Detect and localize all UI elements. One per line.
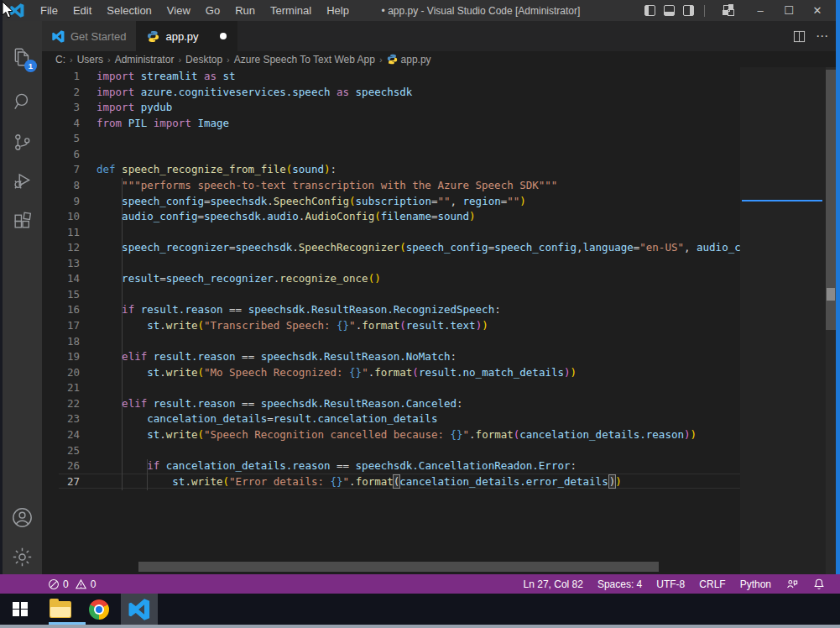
statusbar-spaces-4[interactable]: Spaces: 4 [597,578,642,590]
code-line[interactable]: speech_config=speechsdk.SpeechConfig(sub… [97,194,782,210]
breadcrumb-item[interactable]: Administrator [115,54,175,65]
toggle-secondary-sidebar-icon[interactable] [683,5,694,16]
menu-terminal[interactable]: Terminal [263,0,319,21]
code-line[interactable]: speech_recognizer=speechsdk.SpeechRecogn… [97,240,782,256]
breadcrumb-item[interactable]: app.py [401,54,431,65]
breadcrumb-item[interactable]: Desktop [185,54,222,65]
vscode-taskbar-icon[interactable] [121,594,158,625]
minimap-line [742,124,822,129]
code-line[interactable]: st.write("Speech Recognition cancelled b… [97,427,782,443]
code-line[interactable]: if cancelation_details.reason == speechs… [97,458,782,474]
minimap-cursor-line [742,200,822,201]
code-line[interactable] [97,131,782,147]
statusbar-crlf[interactable]: CRLF [699,578,725,590]
search-icon[interactable] [3,85,42,118]
menu-file[interactable]: File [33,0,65,21]
breadcrumb-item[interactable]: Users [77,54,103,65]
code-line[interactable] [97,287,782,303]
maximize-button[interactable]: ☐ [775,0,803,21]
code-line[interactable]: from PIL import Image [97,116,782,132]
menu-run[interactable]: Run [227,0,263,21]
vertical-scrollbar[interactable] [826,67,836,574]
line-number-gutter: 1234567891011121314151617181920212223242… [42,69,80,489]
unsaved-changes-dot[interactable] [220,33,227,39]
code-line[interactable]: import pydub [97,100,782,116]
menu-bar: FileEditSelectionViewGoRunTerminalHelp [33,0,357,21]
code-line[interactable]: def speech_recognize_from_file(sound): [97,162,782,178]
minimap[interactable] [742,71,822,201]
folder-icon [50,601,71,618]
error-icon [48,578,60,590]
code-line[interactable]: cancelation_details=result.cancelation_d… [97,411,782,427]
tab-label: Get Started [70,30,126,43]
breadcrumb-item[interactable]: C: [55,54,65,65]
menu-go[interactable]: Go [198,0,227,21]
menu-edit[interactable]: Edit [65,0,99,21]
code-editor[interactable]: 1234567891011121314151617181920212223242… [42,67,836,574]
chevron-right-icon: › [178,55,181,65]
customize-layout-icon[interactable] [723,5,734,16]
source-control-icon[interactable] [3,125,42,159]
code-line[interactable]: elif result.reason == speechsdk.ResultRe… [97,349,782,365]
code-line[interactable] [97,256,782,272]
statusbar-python[interactable]: Python [740,578,771,590]
notifications-bell-icon[interactable] [813,578,825,590]
line-number: 6 [42,147,80,163]
chrome-taskbar-icon[interactable] [82,594,116,625]
toggle-sidebar-icon[interactable] [644,5,655,16]
close-button[interactable]: ✕ [803,0,832,21]
line-number: 3 [42,100,80,116]
editor-more-actions-icon[interactable]: ⋯ [816,29,829,44]
file-explorer-taskbar-icon[interactable] [44,594,77,625]
code-line[interactable] [97,443,782,459]
line-number: 5 [42,131,80,147]
warning-count: 0 [91,578,97,590]
statusbar-utf-8[interactable]: UTF-8 [656,578,685,590]
code-line[interactable]: """performs speech-to-text transcription… [97,178,782,194]
minimize-button[interactable]: – [746,0,775,21]
code-line[interactable]: import streamlit as st [97,69,782,85]
explorer-icon[interactable]: 1 [3,40,42,74]
code-line[interactable]: st.write("Mo Speech Recognized: {}".form… [97,365,782,381]
title-bar: FileEditSelectionViewGoRunTerminalHelp •… [3,0,836,21]
desktop-right-edge [836,0,840,594]
line-number: 26 [42,458,80,474]
code-line[interactable] [97,380,782,396]
chevron-right-icon: › [70,55,73,65]
line-number: 19 [42,349,80,365]
problems-indicator[interactable]: 0 0 [48,578,96,590]
code-line[interactable]: if result.reason == speechsdk.ResultReas… [97,302,782,318]
line-number: 23 [42,411,80,427]
extensions-icon[interactable] [3,204,42,238]
run-and-debug-icon[interactable] [3,164,42,197]
menu-selection[interactable]: Selection [99,0,159,21]
tab-app-py[interactable]: app.py [137,21,237,51]
toggle-panel-icon[interactable] [664,5,675,16]
menu-view[interactable]: View [159,0,198,21]
code-line[interactable]: result=speech_recognizer.recognize_once(… [97,271,782,287]
code-line[interactable] [97,147,782,163]
split-editor-icon[interactable] [793,30,806,43]
breadcrumb-item[interactable]: Azure Speech To Text Web App [234,54,375,65]
accounts-icon[interactable] [3,500,42,534]
code-line[interactable]: import azure.cognitiveservices.speech as… [97,85,782,101]
chevron-right-icon: › [379,55,383,65]
windows-logo-icon [13,602,28,617]
start-button[interactable] [3,594,37,625]
code-line[interactable] [97,334,782,350]
code-line[interactable]: elif result.reason == speechsdk.ResultRe… [97,396,782,412]
line-number: 21 [42,380,80,396]
statusbar-ln-27-col-82[interactable]: Ln 27, Col 82 [524,578,583,590]
code-line[interactable]: st.write("Transcribed Speech: {}".format… [97,318,782,334]
tab-get-started[interactable]: Get Started [42,21,137,51]
code-line[interactable]: st.write("Error details: {}".format(canc… [97,474,782,490]
horizontal-scrollbar-thumb[interactable] [138,562,659,572]
code-line[interactable]: audio_config=speechsdk.audio.AudioConfig… [97,209,782,225]
line-number: 10 [42,209,80,225]
python-icon [147,30,159,43]
code-line[interactable] [97,225,782,241]
feedback-icon[interactable] [785,578,799,590]
error-count: 0 [63,578,69,590]
line-number: 9 [42,194,80,210]
settings-gear-icon[interactable] [3,540,42,573]
